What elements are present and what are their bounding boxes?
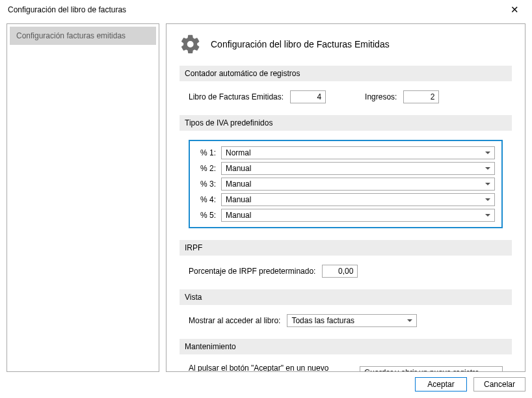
section-header-vista: Vista: [180, 289, 512, 305]
mantenimiento-label: Al pulsar el botón "Aceptar" en un nuevo…: [189, 364, 353, 372]
iva-combo-2[interactable]: Manual: [221, 162, 495, 175]
iva-label-3: % 3:: [196, 179, 216, 189]
irpf-value-input[interactable]: [322, 265, 358, 278]
gear-icon: [180, 33, 202, 55]
section-header-iva: Tipos de IVA predefinidos: [180, 115, 512, 131]
libro-label: Libro de Facturas Emitidas:: [189, 92, 284, 101]
section-header-contador: Contador automático de registros: [180, 66, 512, 81]
iva-combo-4[interactable]: Manual: [221, 193, 495, 206]
content-title: Configuración del libro de Facturas Emit…: [211, 39, 390, 49]
main-area: Configuración facturas emitidas Configur…: [0, 20, 532, 372]
iva-box: % 1: Normal % 2: Manual % 3: Manual % 4:…: [189, 140, 503, 228]
section-body-contador: Libro de Facturas Emitidas: Ingresos:: [180, 90, 512, 115]
iva-label-2: % 2:: [196, 164, 216, 173]
iva-combo-3[interactable]: Manual: [221, 178, 495, 191]
vista-combo[interactable]: Todas las facturas: [287, 314, 417, 327]
title-bar: Configuración del libro de facturas ✕: [0, 0, 532, 20]
accept-button[interactable]: Aceptar: [415, 377, 467, 391]
sidebar: Configuración facturas emitidas: [7, 23, 159, 372]
mantenimiento-combo[interactable]: Guardar y abrir un nuevo registro: [360, 366, 503, 372]
irpf-label: Porcentaje de IRPF predeterminado:: [189, 267, 315, 276]
section-body-mantenimiento: Al pulsar el botón "Aceptar" en un nuevo…: [180, 364, 512, 372]
button-bar: Aceptar Cancelar: [0, 372, 532, 397]
section-header-mantenimiento: Mantenimiento: [180, 339, 512, 354]
window-title: Configuración del libro de facturas: [8, 5, 126, 14]
iva-label-5: % 5:: [196, 211, 216, 220]
section-body-vista: Mostrar al acceder al libro: Todas las f…: [180, 314, 512, 339]
vista-label: Mostrar al acceder al libro:: [189, 316, 280, 325]
close-icon[interactable]: ✕: [505, 3, 524, 17]
iva-label-4: % 4:: [196, 195, 216, 204]
cancel-button[interactable]: Cancelar: [473, 377, 525, 391]
iva-combo-5[interactable]: Manual: [221, 209, 495, 222]
iva-combo-1[interactable]: Normal: [221, 146, 495, 159]
ingresos-label: Ingresos:: [365, 92, 397, 101]
iva-label-1: % 1:: [196, 148, 216, 157]
libro-value-input[interactable]: [290, 90, 326, 103]
section-header-irpf: IRPF: [180, 240, 512, 256]
sidebar-item-facturas-emitidas[interactable]: Configuración facturas emitidas: [10, 27, 156, 45]
content-header: Configuración del libro de Facturas Emit…: [180, 33, 512, 55]
content-panel: Configuración del libro de Facturas Emit…: [166, 23, 525, 372]
ingresos-value-input[interactable]: [403, 90, 439, 103]
section-body-iva: % 1: Normal % 2: Manual % 3: Manual % 4:…: [180, 140, 512, 240]
sidebar-item-label: Configuración facturas emitidas: [16, 31, 126, 40]
section-body-irpf: Porcentaje de IRPF predeterminado:: [180, 265, 512, 289]
